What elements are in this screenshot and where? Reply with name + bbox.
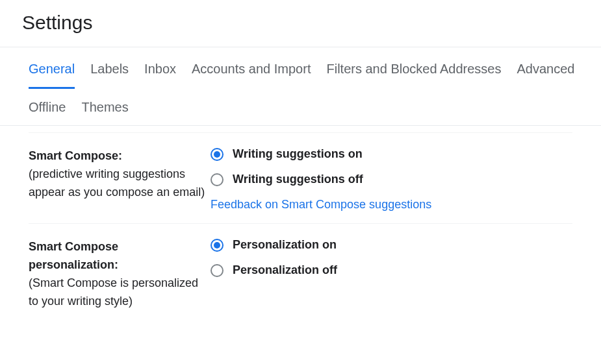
option-label: Writing suggestions off — [233, 173, 363, 186]
option-writing-suggestions-on[interactable]: Writing suggestions on — [211, 147, 572, 161]
option-label: Personalization off — [233, 263, 337, 277]
setting-title: Smart Compose: — [29, 149, 122, 162]
option-label: Writing suggestions on — [233, 147, 363, 161]
setting-title: Smart Compose personalization: — [29, 240, 118, 271]
tab-inbox[interactable]: Inbox — [144, 56, 176, 88]
settings-tabs: General Labels Inbox Accounts and Import… — [0, 47, 601, 126]
tab-accounts-and-import[interactable]: Accounts and Import — [192, 56, 311, 88]
setting-smart-compose: Smart Compose: (predictive writing sugge… — [29, 133, 572, 224]
tab-themes[interactable]: Themes — [81, 95, 128, 125]
tab-offline[interactable]: Offline — [29, 95, 66, 125]
option-personalization-off[interactable]: Personalization off — [211, 263, 572, 277]
radio-unchecked-icon — [211, 264, 224, 277]
tab-advanced[interactable]: Advanced — [517, 56, 575, 88]
setting-description: (predictive writing suggestions appear a… — [29, 167, 205, 199]
tab-filters-and-blocked-addresses[interactable]: Filters and Blocked Addresses — [326, 56, 501, 88]
setting-options: Writing suggestions on Writing suggestio… — [211, 147, 572, 212]
setting-smart-compose-personalization: Smart Compose personalization: (Smart Co… — [29, 224, 572, 322]
tab-general[interactable]: General — [29, 56, 75, 89]
setting-description: (Smart Compose is personalized to your w… — [29, 276, 198, 308]
setting-label: Smart Compose: (predictive writing sugge… — [29, 147, 211, 202]
radio-unchecked-icon — [211, 173, 224, 186]
setting-label: Smart Compose personalization: (Smart Co… — [29, 238, 211, 311]
option-writing-suggestions-off[interactable]: Writing suggestions off — [211, 173, 572, 186]
radio-checked-icon — [211, 148, 224, 161]
option-label: Personalization on — [233, 238, 337, 252]
settings-body: Smart Compose: (predictive writing sugge… — [0, 132, 601, 322]
page-title: Settings — [0, 0, 601, 47]
setting-options: Personalization on Personalization off — [211, 238, 572, 282]
option-personalization-on[interactable]: Personalization on — [211, 238, 572, 252]
radio-checked-icon — [211, 239, 224, 252]
tab-labels[interactable]: Labels — [90, 56, 129, 88]
feedback-link[interactable]: Feedback on Smart Compose suggestions — [211, 198, 572, 212]
